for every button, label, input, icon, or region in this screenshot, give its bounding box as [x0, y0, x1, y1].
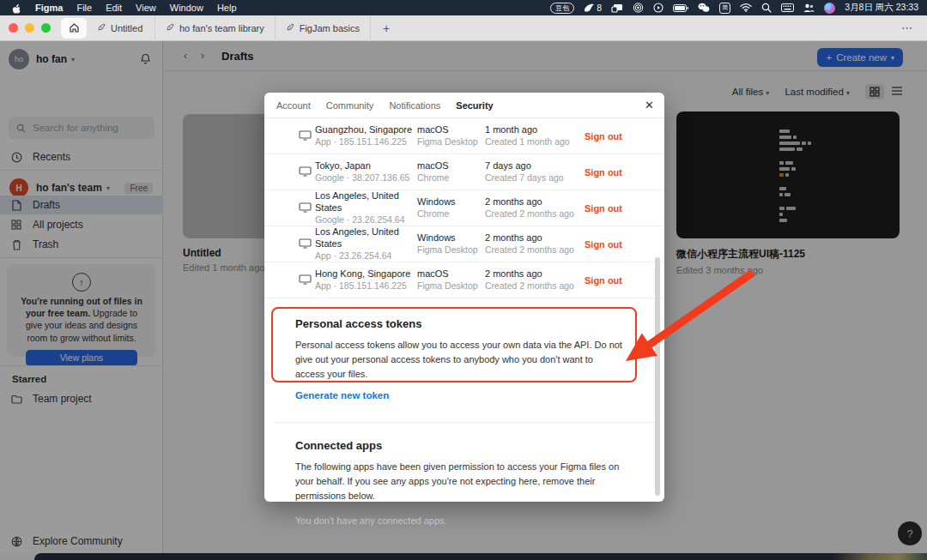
- keyboard-icon[interactable]: [781, 3, 794, 12]
- spotlight-search-icon[interactable]: [761, 3, 772, 13]
- monitor-icon: [299, 201, 312, 216]
- sessions-list: Guangzhou, SingaporeApp · 185.151.146.22…: [264, 118, 664, 298]
- home-tab[interactable]: [61, 18, 87, 39]
- monitor-icon: [299, 129, 312, 144]
- section-body: The following apps have been given permi…: [295, 460, 625, 503]
- sign-out-link[interactable]: Sign out: [585, 131, 622, 142]
- siri-icon[interactable]: [824, 3, 835, 14]
- apple-logo-icon[interactable]: [12, 3, 21, 14]
- figjam-file-icon: [286, 23, 294, 33]
- session-row: Hong Kong, SingaporeApp · 185.151.146.22…: [264, 262, 664, 298]
- tab-security[interactable]: Security: [456, 100, 493, 111]
- close-icon[interactable]: ✕: [645, 99, 654, 111]
- menu-item-view[interactable]: View: [136, 3, 156, 13]
- session-row: Los Angeles, United StatesApp · 23.26.25…: [264, 226, 664, 262]
- display-mirroring-icon[interactable]: [611, 3, 623, 13]
- tab-untitled[interactable]: Untitled: [87, 15, 155, 41]
- monitor-icon: [299, 165, 312, 180]
- wifi-icon[interactable]: [740, 3, 752, 12]
- input-method-icon[interactable]: 简: [719, 3, 730, 14]
- menu-item-edit[interactable]: Edit: [106, 3, 122, 13]
- tab-label: Untitled: [111, 23, 142, 33]
- design-file-icon: [97, 23, 106, 33]
- monitor-icon: [299, 273, 312, 288]
- doubao-status-icon[interactable]: 豆包: [550, 3, 574, 14]
- close-window-button[interactable]: [9, 23, 18, 33]
- tab-label: ho fan's team library: [179, 23, 264, 33]
- figma-tab-bar: Untitled ho fan's team library FigJam ba…: [0, 15, 927, 41]
- section-heading: Connected apps: [295, 439, 633, 452]
- tab-community[interactable]: Community: [326, 100, 374, 111]
- tab-figjam-basics[interactable]: FigJam basics: [276, 15, 371, 41]
- vpn-bird-icon[interactable]: 8: [584, 3, 602, 13]
- menu-item-figma[interactable]: Figma: [35, 3, 63, 13]
- window-more-button[interactable]: ⋯: [901, 21, 927, 34]
- generate-token-link[interactable]: Generate new token: [295, 390, 389, 400]
- tab-account[interactable]: Account: [276, 100, 311, 111]
- menu-item-window[interactable]: Window: [170, 3, 203, 13]
- menu-bar-clock[interactable]: 3月8日 周六 23:33: [845, 2, 918, 14]
- connected-apps-section: Connected apps The following apps have b…: [264, 439, 664, 526]
- monitor-icon: [299, 237, 312, 252]
- play-circle-icon[interactable]: [653, 3, 663, 13]
- sign-out-link[interactable]: Sign out: [585, 239, 622, 250]
- menu-item-help[interactable]: Help: [217, 3, 237, 13]
- empty-state-text: You don't have any connected apps.: [295, 515, 633, 526]
- session-row: Tokyo, JapanGoogle · 38.207.136.65 macOS…: [264, 154, 664, 190]
- user-switch-icon[interactable]: [803, 3, 815, 13]
- dock-edge: [34, 553, 927, 560]
- settings-modal: Account Community Notifications Security…: [264, 93, 664, 502]
- session-row: Guangzhou, SingaporeApp · 185.151.146.22…: [264, 118, 664, 154]
- vpn-count: 8: [597, 3, 602, 13]
- design-file-icon: [166, 23, 174, 33]
- sign-out-link[interactable]: Sign out: [585, 275, 622, 286]
- annotation-box: [271, 307, 637, 382]
- settings-tabs: Account Community Notifications Security: [264, 93, 664, 118]
- menu-item-file[interactable]: File: [76, 3, 92, 13]
- tab-team-library[interactable]: ho fan's team library: [155, 15, 276, 41]
- new-tab-button[interactable]: +: [371, 21, 402, 35]
- dock-icons-sliver: [833, 553, 927, 560]
- zoom-window-button[interactable]: [41, 23, 51, 33]
- battery-icon[interactable]: [673, 4, 688, 12]
- sign-out-link[interactable]: Sign out: [585, 167, 622, 178]
- wechat-icon[interactable]: [698, 3, 710, 13]
- tab-notifications[interactable]: Notifications: [389, 100, 440, 111]
- airdrop-icon[interactable]: [633, 3, 644, 13]
- tab-label: FigJam basics: [300, 23, 360, 33]
- sign-out-link[interactable]: Sign out: [585, 203, 622, 214]
- minimize-window-button[interactable]: [25, 23, 34, 33]
- modal-scrollbar[interactable]: [655, 257, 660, 496]
- macos-menu-bar: Figma File Edit View Window Help 豆包 8 简 …: [0, 0, 927, 15]
- session-row: Los Angeles, United StatesGoogle · 23.26…: [264, 190, 664, 226]
- home-icon: [69, 22, 80, 33]
